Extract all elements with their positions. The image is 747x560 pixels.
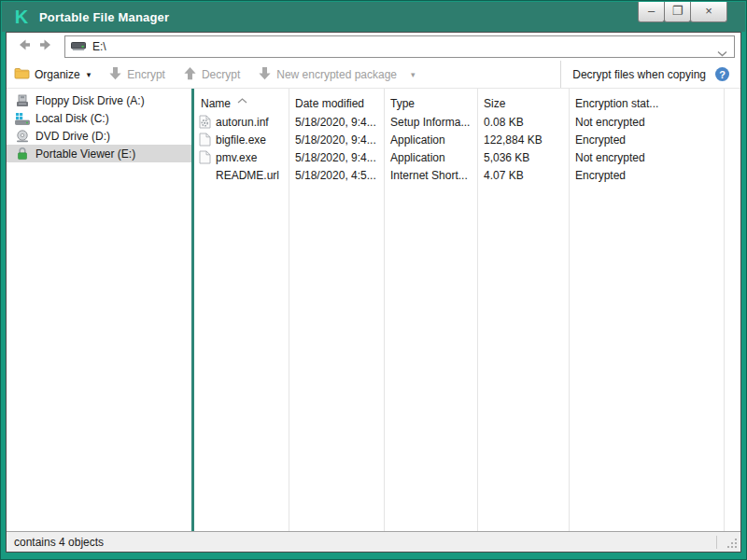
toolbar-right-section: Decrypt files when copying ? bbox=[560, 61, 740, 88]
table-row[interactable]: pmv.exe 5/18/2020, 9:4... Application 5,… bbox=[194, 148, 740, 166]
file-date: 5/18/2020, 9:4... bbox=[289, 151, 384, 164]
file-name: pmv.exe bbox=[216, 151, 257, 164]
file-name: autorun.inf bbox=[216, 116, 269, 129]
maximize-button[interactable]: ❐ bbox=[664, 2, 691, 22]
main-area: Floppy Disk Drive (A:) Local Disk bbox=[7, 89, 740, 531]
lock-icon bbox=[14, 147, 30, 161]
statusbar-separator bbox=[716, 536, 717, 549]
table-row[interactable]: autorun.inf 5/18/2020, 9:4... Setup Info… bbox=[194, 113, 740, 131]
drive-icon bbox=[71, 38, 86, 55]
setup-information-file-icon bbox=[198, 115, 211, 129]
file-icon bbox=[198, 133, 211, 147]
folder-icon bbox=[14, 67, 30, 82]
sidebar-item-label: DVD Drive (D:) bbox=[35, 130, 110, 143]
file-date: 5/18/2020, 4:5... bbox=[289, 169, 384, 182]
navigation-bar: E:\ bbox=[7, 33, 740, 61]
sidebar-item-label: Floppy Disk Drive (A:) bbox=[35, 94, 145, 107]
kaspersky-logo-icon: K bbox=[11, 7, 32, 27]
table-row[interactable]: bigfile.exe 5/18/2020, 9:4... Applicatio… bbox=[194, 131, 740, 148]
drive-sidebar: Floppy Disk Drive (A:) Local Disk bbox=[7, 89, 191, 531]
back-button[interactable] bbox=[12, 36, 35, 57]
status-text: contains 4 objects bbox=[14, 536, 104, 549]
file-encryption-status: Encrypted bbox=[569, 133, 724, 147]
caret-down-icon: ▾ bbox=[411, 70, 416, 79]
sort-ascending-icon bbox=[237, 91, 247, 107]
minimize-button[interactable]: – bbox=[638, 2, 665, 22]
status-bar: contains 4 objects bbox=[7, 531, 740, 552]
file-type: Internet Short... bbox=[384, 169, 477, 182]
window-controls: – ❐ × bbox=[639, 2, 727, 22]
decrypt-label: Decrypt bbox=[202, 68, 240, 81]
portable-file-manager-window: K Portable File Manager – ❐ × bbox=[0, 0, 747, 560]
decrypt-when-copying-label: Decrypt files when copying bbox=[572, 68, 706, 81]
file-size: 122,884 KB bbox=[477, 133, 569, 147]
file-size: 4.07 KB bbox=[477, 169, 569, 182]
table-row[interactable]: README.url 5/18/2020, 4:5... Internet Sh… bbox=[194, 166, 740, 184]
arrow-left-icon bbox=[16, 37, 32, 56]
file-type: Application bbox=[384, 151, 477, 164]
encrypt-label: Encrypt bbox=[127, 68, 165, 81]
column-header-date-modified[interactable]: Date modified bbox=[289, 91, 384, 110]
client-area: E:\ Organize ▾ bbox=[6, 32, 741, 553]
arrow-right-icon bbox=[38, 37, 54, 56]
window-title: Portable File Manager bbox=[39, 10, 169, 24]
file-size: 0.08 KB bbox=[477, 116, 569, 129]
sidebar-item-floppy-a[interactable]: Floppy Disk Drive (A:) bbox=[7, 91, 191, 109]
help-icon[interactable]: ? bbox=[715, 67, 729, 81]
column-header-type[interactable]: Type bbox=[384, 91, 477, 110]
sidebar-item-label: Portable Viewer (E:) bbox=[35, 147, 135, 161]
address-bar[interactable]: E:\ bbox=[64, 35, 735, 58]
file-encryption-status: Encrypted bbox=[569, 169, 724, 182]
arrow-down-icon bbox=[108, 66, 122, 83]
floppy-drive-icon bbox=[14, 94, 30, 107]
new-encrypted-package-button[interactable]: New encrypted package ▾ bbox=[258, 66, 415, 83]
resize-grip[interactable] bbox=[735, 546, 737, 548]
sidebar-item-label: Local Disk (C:) bbox=[35, 112, 109, 125]
caret-down-icon: ▾ bbox=[87, 70, 92, 79]
file-date: 5/18/2020, 9:4... bbox=[289, 133, 384, 147]
dvd-disc-icon bbox=[14, 130, 30, 143]
column-header-encryption-status[interactable]: Encryption stat... bbox=[569, 91, 724, 110]
decrypt-button[interactable]: Decrypt bbox=[183, 66, 240, 83]
sidebar-item-dvd-d[interactable]: DVD Drive (D:) bbox=[7, 127, 191, 145]
hard-disk-icon bbox=[14, 112, 30, 125]
file-size: 5,036 KB bbox=[477, 151, 569, 164]
forward-button[interactable] bbox=[35, 36, 57, 57]
file-type: Setup Informa... bbox=[384, 116, 477, 129]
toolbar: Organize ▾ Encrypt Decrypt New encrypte bbox=[7, 61, 740, 89]
list-header: Name Date modified Type Size Encryption … bbox=[194, 89, 740, 113]
address-path: E:\ bbox=[92, 40, 106, 53]
file-date: 5/18/2020, 9:4... bbox=[289, 116, 384, 129]
organize-button[interactable]: Organize ▾ bbox=[14, 67, 91, 82]
file-name: bigfile.exe bbox=[216, 133, 266, 147]
arrow-up-icon bbox=[183, 66, 197, 83]
column-header-size[interactable]: Size bbox=[477, 91, 569, 110]
sidebar-item-local-c[interactable]: Local Disk (C:) bbox=[7, 109, 191, 127]
sidebar-item-portable-e[interactable]: Portable Viewer (E:) bbox=[7, 145, 191, 162]
organize-label: Organize bbox=[35, 68, 80, 81]
file-type: Application bbox=[384, 133, 477, 147]
file-encryption-status: Not encrypted bbox=[569, 116, 724, 129]
file-encryption-status: Not encrypted bbox=[569, 151, 724, 164]
encrypt-button[interactable]: Encrypt bbox=[108, 66, 165, 83]
arrow-down-icon bbox=[258, 66, 272, 83]
chevron-down-icon[interactable] bbox=[717, 44, 727, 61]
new-encrypted-package-label: New encrypted package bbox=[276, 68, 397, 81]
file-icon bbox=[198, 150, 211, 164]
file-list: Name Date modified Type Size Encryption … bbox=[194, 89, 740, 531]
no-icon bbox=[198, 168, 211, 182]
file-name: README.url bbox=[216, 169, 279, 182]
close-button[interactable]: × bbox=[690, 2, 727, 22]
title-bar: K Portable File Manager bbox=[2, 2, 745, 32]
